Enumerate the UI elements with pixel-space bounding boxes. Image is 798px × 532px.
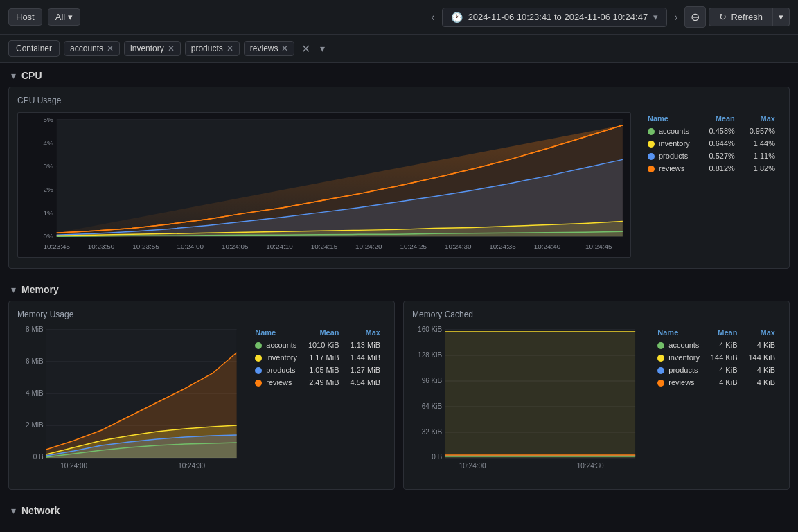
memory-usage-container: 8 MiB 6 MiB 4 MiB 2 MiB 0 B xyxy=(17,326,386,481)
filter-bar: Container accounts ✕ inventory ✕ product… xyxy=(0,35,798,63)
prev-time-button[interactable]: ‹ xyxy=(427,8,438,26)
svg-text:1%: 1% xyxy=(43,209,53,217)
cpu-chart-panel: CPU Usage 5% 4% 3% 2% 1% 0% xyxy=(8,87,790,269)
memory-section-header[interactable]: ▾ Memory xyxy=(0,277,798,301)
memory-cached-chart-area: 160 KiB 128 KiB 96 KiB 64 KiB 32 KiB 0 B xyxy=(412,326,644,481)
cpu-legend-name-header: Name xyxy=(642,112,700,125)
filter-tag-accounts[interactable]: accounts ✕ xyxy=(64,41,120,56)
memory-usage-chart-area: 8 MiB 6 MiB 4 MiB 2 MiB 0 B xyxy=(17,326,241,481)
cpu-legend-row: reviews 0.812% 1.82% xyxy=(642,162,781,175)
remove-products-icon[interactable]: ✕ xyxy=(227,44,233,53)
memory-cached-title: Memory Cached xyxy=(412,310,781,319)
svg-text:10:24:00: 10:24:00 xyxy=(459,462,486,470)
svg-text:10:24:45: 10:24:45 xyxy=(585,242,612,250)
svg-text:10:23:50: 10:23:50 xyxy=(88,242,115,250)
svg-marker-60 xyxy=(445,332,635,458)
svg-text:96 KiB: 96 KiB xyxy=(422,377,443,384)
svg-text:10:24:20: 10:24:20 xyxy=(355,242,382,250)
svg-text:6 MiB: 6 MiB xyxy=(26,357,44,365)
svg-text:10:24:30: 10:24:30 xyxy=(445,242,472,250)
chevron-down-icon: ▾ xyxy=(653,12,658,22)
svg-text:3%: 3% xyxy=(43,162,53,170)
clear-all-filters-button[interactable]: ✕ xyxy=(299,41,313,57)
cpu-section-title: CPU xyxy=(21,70,42,81)
time-range-picker[interactable]: 🕐 2024-11-06 10:23:41 to 2024-11-06 10:2… xyxy=(442,8,668,27)
next-time-button[interactable]: › xyxy=(670,8,682,26)
svg-text:10:24:35: 10:24:35 xyxy=(489,242,516,250)
memory-cached-legend-row: products 4 KiB 4 KiB xyxy=(652,364,781,376)
svg-text:2%: 2% xyxy=(43,186,53,193)
svg-text:10:24:15: 10:24:15 xyxy=(311,242,338,250)
filter-tag-products[interactable]: products ✕ xyxy=(185,41,240,56)
svg-text:10:23:45: 10:23:45 xyxy=(43,242,70,250)
memory-cached-legend-table: Name Mean Max accounts 4 KiB 4 KiB inven… xyxy=(652,326,781,389)
filter-tag-inventory[interactable]: inventory ✕ xyxy=(124,41,181,56)
svg-text:10:24:00: 10:24:00 xyxy=(177,242,204,250)
cpu-legend-row: accounts 0.458% 0.957% xyxy=(642,125,781,137)
clock-icon: 🕐 xyxy=(451,12,463,23)
cpu-collapse-icon: ▾ xyxy=(11,70,16,81)
svg-text:10:24:00: 10:24:00 xyxy=(60,462,87,470)
svg-text:160 KiB: 160 KiB xyxy=(418,326,442,333)
time-navigation: ‹ 🕐 2024-11-06 10:23:41 to 2024-11-06 10… xyxy=(427,6,790,28)
top-bar: Host All ▾ ‹ 🕐 2024-11-06 10:23:41 to 20… xyxy=(0,0,798,35)
filter-tag-reviews[interactable]: reviews ✕ xyxy=(244,41,295,56)
svg-text:10:24:40: 10:24:40 xyxy=(534,242,561,250)
memory-cached-legend-row: reviews 4 KiB 4 KiB xyxy=(652,376,781,389)
svg-text:32 KiB: 32 KiB xyxy=(422,428,443,436)
memory-cached-legend-row: inventory 144 KiB 144 KiB xyxy=(652,351,781,364)
memory-usage-panel: Memory Usage 8 MiB 6 MiB 4 MiB xyxy=(8,301,395,490)
memory-usage-title: Memory Usage xyxy=(17,310,386,319)
svg-text:10:24:30: 10:24:30 xyxy=(178,462,205,470)
cpu-legend-row: inventory 0.644% 1.44% xyxy=(642,137,781,150)
cpu-chart-container: 5% 4% 3% 2% 1% 0% xyxy=(17,112,781,260)
memory-usage-legend-row: accounts 1010 KiB 1.13 MiB xyxy=(249,339,386,351)
svg-text:10:24:30: 10:24:30 xyxy=(577,462,604,470)
cpu-section-header[interactable]: ▾ CPU xyxy=(0,63,798,87)
memory-usage-svg: 8 MiB 6 MiB 4 MiB 2 MiB 0 B xyxy=(17,326,241,479)
svg-text:64 KiB: 64 KiB xyxy=(422,402,443,410)
memory-usage-legend-row: reviews 2.49 MiB 4.54 MiB xyxy=(249,376,386,389)
cpu-legend-table: Name Mean Max accounts 0.458% 0.957% inv… xyxy=(642,112,781,175)
refresh-dropdown-button[interactable]: ▾ xyxy=(773,8,790,26)
svg-text:10:24:05: 10:24:05 xyxy=(222,242,249,250)
cpu-chart-title: CPU Usage xyxy=(17,96,781,105)
refresh-group: ↻ Refresh ▾ xyxy=(709,8,790,26)
cpu-legend-mean-header: Mean xyxy=(700,112,741,125)
svg-text:10:24:10: 10:24:10 xyxy=(266,242,293,250)
memory-cached-svg: 160 KiB 128 KiB 96 KiB 64 KiB 32 KiB 0 B xyxy=(412,326,644,479)
svg-text:4 MiB: 4 MiB xyxy=(26,389,44,397)
filter-dropdown-button[interactable]: ▾ xyxy=(317,42,328,55)
svg-text:10:23:55: 10:23:55 xyxy=(132,242,159,250)
network-collapse-icon: ▾ xyxy=(11,505,16,516)
cpu-chart-svg: 5% 4% 3% 2% 1% 0% xyxy=(17,112,631,258)
refresh-button[interactable]: ↻ Refresh xyxy=(709,8,773,26)
memory-charts: Memory Usage 8 MiB 6 MiB 4 MiB xyxy=(8,301,790,490)
memory-cached-panel: Memory Cached 160 KiB 128 KiB xyxy=(403,301,790,490)
network-section-header[interactable]: ▾ Network xyxy=(0,498,798,522)
svg-text:2 MiB: 2 MiB xyxy=(26,421,44,429)
remove-accounts-icon[interactable]: ✕ xyxy=(107,44,114,53)
network-section-title: Network xyxy=(21,505,60,516)
host-button[interactable]: Host xyxy=(8,8,42,26)
remove-reviews-icon[interactable]: ✕ xyxy=(281,44,288,53)
refresh-icon: ↻ xyxy=(719,12,727,22)
memory-cached-legend-row: accounts 4 KiB 4 KiB xyxy=(652,339,781,351)
svg-text:4%: 4% xyxy=(43,139,53,147)
svg-text:128 KiB: 128 KiB xyxy=(418,351,442,359)
svg-text:0%: 0% xyxy=(43,232,53,240)
cpu-legend-max-header: Max xyxy=(741,112,781,125)
all-dropdown[interactable]: All ▾ xyxy=(48,8,80,26)
svg-text:8 MiB: 8 MiB xyxy=(26,326,44,333)
remove-inventory-icon[interactable]: ✕ xyxy=(168,44,175,53)
container-filter-label[interactable]: Container xyxy=(8,40,60,57)
zoom-out-button[interactable]: ⊖ xyxy=(684,6,706,28)
memory-collapse-icon: ▾ xyxy=(11,284,16,295)
cpu-legend: Name Mean Max accounts 0.458% 0.957% inv… xyxy=(642,112,781,175)
cpu-chart-area: 5% 4% 3% 2% 1% 0% xyxy=(17,112,631,260)
memory-usage-legend-row: products 1.05 MiB 1.27 MiB xyxy=(249,364,386,376)
memory-section-title: Memory xyxy=(21,284,59,295)
svg-text:10:24:25: 10:24:25 xyxy=(400,242,427,250)
memory-cached-legend: Name Mean Max accounts 4 KiB 4 KiB inven… xyxy=(652,326,781,481)
memory-cached-container: 160 KiB 128 KiB 96 KiB 64 KiB 32 KiB 0 B xyxy=(412,326,781,481)
